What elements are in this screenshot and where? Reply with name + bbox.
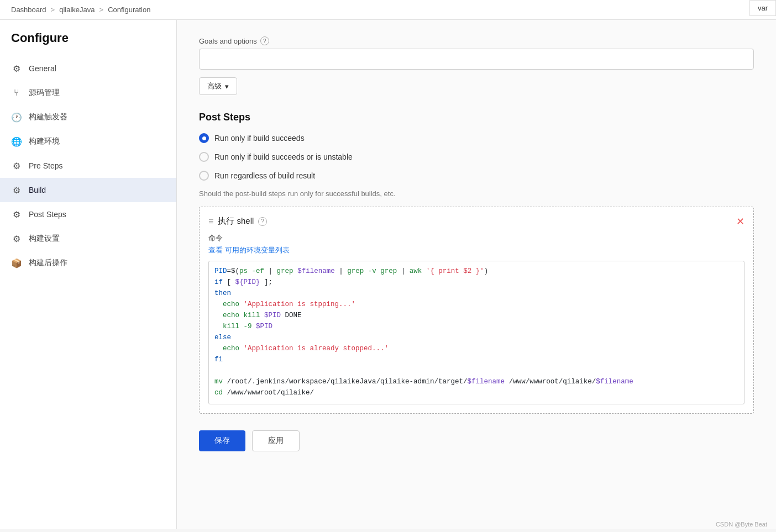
code-line-11: mv /root/.jenkins/workspace/qilaikeJava/… <box>214 376 738 387</box>
code-line-12: cd /www/wwwroot/qilaike/ <box>214 387 738 398</box>
sidebar-item-source-label: 源码管理 <box>29 88 60 98</box>
code-line-1: PID=$(ps -ef | grep $filename | grep -v … <box>214 266 738 277</box>
radio-label-success: Run only if build succeeds <box>214 134 305 143</box>
radio-run-success[interactable]: Run only if build succeeds <box>199 133 754 143</box>
drag-icon[interactable]: ≡ <box>208 217 213 227</box>
goals-label: Goals and options <box>199 37 257 45</box>
buildactions-icon: 📦 <box>11 257 22 268</box>
shell-help-icon[interactable]: ? <box>258 217 267 226</box>
advanced-button[interactable]: 高级 ▾ <box>199 77 237 95</box>
radio-label-regardless: Run regardless of build result <box>214 171 315 180</box>
breadcrumb-page: Configuration <box>108 6 150 14</box>
code-line-10 <box>214 365 738 376</box>
code-line-8: echo 'Application is already stopped...' <box>214 343 738 354</box>
breadcrumb-project[interactable]: qilaikeJava <box>59 6 95 14</box>
goals-help-icon[interactable]: ? <box>260 36 269 45</box>
sidebar-item-presteps-label: Pre Steps <box>29 161 62 170</box>
goals-label-row: Goals and options ? <box>199 36 754 45</box>
breadcrumb-sep-1: > <box>51 6 55 14</box>
code-line-3: then <box>214 288 738 299</box>
env-link-text: 查看 可用的环境变量列表 <box>208 246 290 254</box>
buildsettings-gear-icon: ⚙ <box>11 233 22 244</box>
sidebar-item-build[interactable]: ⚙ Build <box>0 178 176 202</box>
radio-label-unstable: Run only if build succeeds or is unstabl… <box>214 152 353 161</box>
sidebar-title: Configure <box>0 31 176 56</box>
sidebar-item-env[interactable]: 🌐 构建环境 <box>0 129 176 154</box>
sidebar-item-general[interactable]: ⚙ General <box>0 56 176 81</box>
radio-run-unstable[interactable]: Run only if build succeeds or is unstabl… <box>199 152 754 162</box>
code-line-9: fi <box>214 354 738 365</box>
post-steps-section: Post Steps Run only if build succeeds Ru… <box>199 112 754 451</box>
save-button[interactable]: 保存 <box>199 430 245 451</box>
sidebar-item-poststeps-label: Post Steps <box>29 210 66 219</box>
code-line-7: else <box>214 332 738 343</box>
content-area: Goals and options ? 高级 ▾ Post Steps Run … <box>177 20 776 529</box>
shell-title-row: ≡ 执行 shell ? <box>208 216 267 227</box>
goals-input[interactable] <box>199 49 754 70</box>
shell-block: ≡ 执行 shell ? ✕ 命令 查看 可用的环境变量列表 PID=$(ps … <box>199 207 754 414</box>
var-badge[interactable]: var <box>749 0 776 16</box>
code-line-2: if [ ${PID} ]; <box>214 277 738 288</box>
sidebar-item-triggers[interactable]: 🕐 构建触发器 <box>0 105 176 129</box>
breadcrumb-dashboard[interactable]: Dashboard <box>11 6 46 14</box>
watermark: CSDN @Byte Beat <box>716 521 767 528</box>
radio-circle-unstable[interactable] <box>199 152 209 162</box>
radio-circle-success[interactable] <box>199 133 209 143</box>
env-variables-link[interactable]: 查看 可用的环境变量列表 <box>208 245 290 255</box>
apply-button[interactable]: 应用 <box>252 430 300 451</box>
main-layout: Configure ⚙ General ⑂ 源码管理 🕐 构建触发器 🌐 构建环… <box>0 20 776 529</box>
code-line-5: echo kill $PID DONE <box>214 310 738 321</box>
shell-title-label: 执行 shell <box>218 216 254 227</box>
sidebar-item-source[interactable]: ⑂ 源码管理 <box>0 81 176 105</box>
top-bar: Dashboard > qilaikeJava > Configuration … <box>0 0 776 20</box>
sidebar-item-triggers-label: 构建触发器 <box>29 112 67 122</box>
sidebar: Configure ⚙ General ⑂ 源码管理 🕐 构建触发器 🌐 构建环… <box>0 20 177 529</box>
code-line-6: kill -9 $PID <box>214 321 738 332</box>
sidebar-item-env-label: 构建环境 <box>29 136 60 146</box>
presteps-gear-icon: ⚙ <box>11 160 22 171</box>
poststeps-gear-icon: ⚙ <box>11 209 22 220</box>
sidebar-item-general-label: General <box>29 64 56 73</box>
sidebar-item-buildactions-label: 构建后操作 <box>29 258 67 268</box>
code-editor[interactable]: PID=$(ps -ef | grep $filename | grep -v … <box>208 261 744 404</box>
sidebar-item-buildactions[interactable]: 📦 构建后操作 <box>0 251 176 275</box>
branch-icon: ⑂ <box>11 87 22 98</box>
sidebar-item-presteps[interactable]: ⚙ Pre Steps <box>0 154 176 178</box>
shell-header: ≡ 执行 shell ? ✕ <box>208 216 744 227</box>
clock-icon: 🕐 <box>11 112 22 123</box>
post-steps-title: Post Steps <box>199 112 754 123</box>
advanced-label: 高级 <box>207 81 222 91</box>
globe-icon: 🌐 <box>11 136 22 147</box>
radio-run-regardless[interactable]: Run regardless of build result <box>199 171 754 181</box>
sidebar-item-buildsettings[interactable]: ⚙ 构建设置 <box>0 227 176 251</box>
cmd-label: 命令 <box>208 233 744 243</box>
breadcrumb-sep-2: > <box>99 6 104 14</box>
sidebar-item-poststeps[interactable]: ⚙ Post Steps <box>0 202 176 227</box>
shell-close-button[interactable]: ✕ <box>736 217 744 227</box>
build-gear-icon: ⚙ <box>11 185 22 196</box>
radio-circle-regardless[interactable] <box>199 171 209 181</box>
post-steps-hint: Should the post-build steps run only for… <box>199 189 754 198</box>
chevron-down-icon: ▾ <box>225 82 229 91</box>
code-line-4: echo 'Application is stpping...' <box>214 299 738 310</box>
footer-actions: 保存 应用 <box>199 430 754 451</box>
gear-icon: ⚙ <box>11 63 22 74</box>
sidebar-item-build-label: Build <box>29 186 46 194</box>
sidebar-item-buildsettings-label: 构建设置 <box>29 234 60 244</box>
